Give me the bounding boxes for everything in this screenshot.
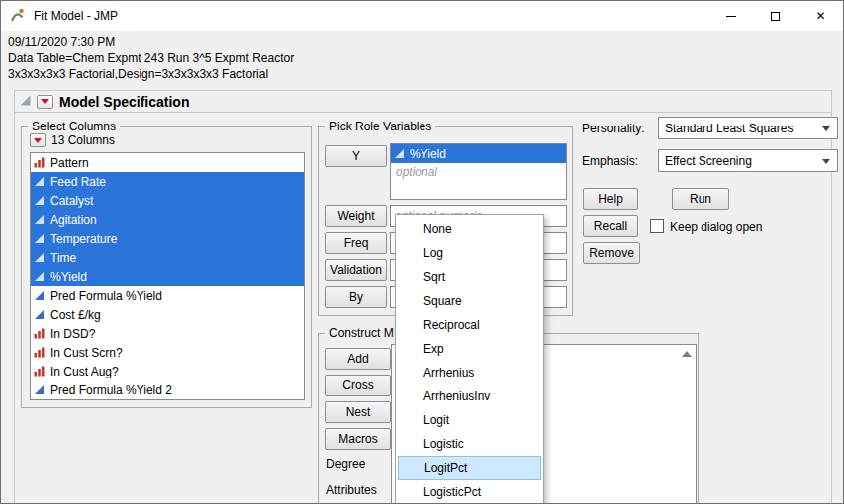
help-button[interactable]: Help bbox=[583, 188, 638, 210]
column-item[interactable]: Cost £/kg bbox=[31, 305, 304, 324]
y-optional-text: optional bbox=[391, 163, 566, 179]
attributes-label[interactable]: Attributes bbox=[326, 483, 377, 497]
continuous-column-icon bbox=[34, 384, 45, 395]
column-item[interactable]: Catalyst bbox=[31, 191, 304, 210]
menu-item[interactable]: ArrheniusInv bbox=[398, 384, 541, 408]
by-button[interactable]: By bbox=[325, 286, 387, 308]
column-item[interactable]: Pred Formula %Yield bbox=[31, 286, 304, 305]
personality-label: Personality: bbox=[582, 122, 645, 135]
emphasis-value: Effect Screening bbox=[665, 154, 752, 168]
personality-dropdown[interactable]: Standard Least Squares bbox=[658, 117, 838, 139]
construct-model-effects-legend: Construct M bbox=[325, 326, 398, 340]
report-header: 09/11/2020 7:30 PM Data Table=Chem Expmt… bbox=[8, 34, 294, 82]
transform-menu: NoneLogSqrtSquareReciprocalExpArrheniusA… bbox=[395, 214, 544, 504]
y-role-item-label: %Yield bbox=[410, 147, 446, 161]
emphasis-label: Emphasis: bbox=[582, 154, 638, 168]
window-controls: ✕ bbox=[708, 1, 843, 31]
timestamp-line: 09/11/2020 7:30 PM bbox=[8, 34, 294, 50]
y-button[interactable]: Y bbox=[325, 145, 387, 167]
validation-button[interactable]: Validation bbox=[325, 259, 387, 281]
fit-model-window: Fit Model - JMP ✕ 09/11/2020 7:30 PM Dat… bbox=[0, 0, 844, 504]
column-item[interactable]: Pattern bbox=[31, 153, 304, 172]
select-columns-legend: Select Columns bbox=[28, 120, 120, 133]
menu-item[interactable]: Logit bbox=[398, 408, 541, 432]
menu-item[interactable]: LogisticPct bbox=[398, 480, 541, 504]
data-table-line: Data Table=Chem Expmt 243 Run 3^5 Expmt … bbox=[8, 50, 294, 66]
menu-item[interactable]: Logistic bbox=[398, 432, 541, 456]
pick-role-variables-legend: Pick Role Variables bbox=[325, 120, 435, 133]
emphasis-dropdown[interactable]: Effect Screening bbox=[658, 149, 838, 172]
title-bar[interactable]: Fit Model - JMP ✕ bbox=[1, 1, 843, 31]
menu-item[interactable]: Reciprocal bbox=[398, 313, 541, 337]
nominal-column-icon bbox=[34, 328, 45, 339]
menu-item[interactable]: Sqrt bbox=[398, 265, 541, 289]
menu-item[interactable]: Square bbox=[398, 289, 541, 313]
cross-button[interactable]: Cross bbox=[325, 375, 391, 396]
design-line: 3x3x3x3x3 Factorial,Design=3x3x3x3x3 Fac… bbox=[8, 66, 294, 82]
column-label: In DSD? bbox=[50, 327, 95, 341]
menu-item[interactable]: Log bbox=[398, 241, 541, 265]
menu-item[interactable]: LogitPct bbox=[398, 456, 541, 480]
remove-button[interactable]: Remove bbox=[583, 242, 640, 264]
column-item[interactable]: In Cust Scrn? bbox=[31, 343, 304, 362]
red-triangle-menu-icon[interactable] bbox=[37, 95, 53, 109]
chevron-down-icon bbox=[822, 126, 830, 131]
window-title: Fit Model - JMP bbox=[34, 9, 118, 23]
column-label: Pattern bbox=[50, 156, 89, 170]
column-label: Temperature bbox=[50, 232, 117, 246]
close-icon[interactable]: ✕ bbox=[798, 1, 843, 31]
columns-list[interactable]: PatternFeed RateCatalystAgitationTempera… bbox=[30, 152, 305, 400]
maximize-icon[interactable] bbox=[753, 1, 798, 31]
jmp-app-icon bbox=[10, 7, 26, 26]
column-label: Agitation bbox=[50, 213, 97, 227]
continuous-column-icon bbox=[34, 290, 45, 301]
column-label: Pred Formula %Yield 2 bbox=[50, 383, 172, 397]
keep-dialog-checkbox[interactable] bbox=[650, 219, 664, 233]
personality-value: Standard Least Squares bbox=[665, 122, 793, 135]
column-label: Feed Rate bbox=[50, 175, 106, 189]
recall-button[interactable]: Recall bbox=[583, 215, 638, 237]
y-role-box[interactable]: %Yield optional bbox=[390, 143, 567, 200]
column-item[interactable]: Agitation bbox=[31, 210, 304, 229]
menu-item[interactable]: None bbox=[398, 217, 541, 241]
macros-button[interactable]: Macros bbox=[325, 428, 391, 450]
column-item[interactable]: Feed Rate bbox=[31, 172, 304, 191]
freq-button[interactable]: Freq bbox=[325, 232, 387, 254]
columns-header: 13 Columns bbox=[30, 133, 115, 147]
column-label: Time bbox=[50, 251, 76, 265]
column-label: Pred Formula %Yield bbox=[50, 289, 162, 303]
continuous-column-icon bbox=[34, 176, 45, 187]
column-item[interactable]: In Cust Aug? bbox=[31, 362, 304, 380]
degree-label: Degree bbox=[326, 457, 365, 471]
weight-button[interactable]: Weight bbox=[325, 205, 387, 227]
menu-item[interactable]: Exp bbox=[398, 337, 541, 361]
continuous-column-icon bbox=[394, 148, 405, 159]
scroll-up-icon[interactable] bbox=[679, 346, 695, 362]
column-item[interactable]: Pred Formula %Yield 2 bbox=[31, 380, 304, 399]
column-item[interactable]: Temperature bbox=[31, 229, 304, 248]
add-button[interactable]: Add bbox=[325, 348, 391, 370]
nest-button[interactable]: Nest bbox=[325, 401, 391, 423]
column-item[interactable]: %Yield bbox=[31, 267, 304, 286]
select-columns-group: Select Columns 13 Columns PatternFeed Ra… bbox=[21, 126, 312, 408]
continuous-column-icon bbox=[34, 252, 45, 263]
chevron-down-icon bbox=[822, 159, 830, 164]
continuous-column-icon bbox=[34, 233, 45, 244]
minimize-icon[interactable] bbox=[708, 1, 753, 31]
column-item[interactable]: In DSD? bbox=[31, 324, 304, 343]
continuous-column-icon bbox=[34, 214, 45, 225]
columns-red-triangle-icon[interactable] bbox=[30, 133, 46, 147]
disclosure-icon[interactable] bbox=[20, 95, 31, 109]
run-button[interactable]: Run bbox=[672, 188, 729, 210]
menu-item[interactable]: Arrhenius bbox=[398, 361, 541, 384]
outline-title-band: Model Specification bbox=[15, 91, 831, 113]
y-role-item[interactable]: %Yield bbox=[391, 144, 566, 163]
column-item[interactable]: Time bbox=[31, 248, 304, 267]
outline-title: Model Specification bbox=[59, 94, 189, 110]
continuous-column-icon bbox=[34, 309, 45, 320]
continuous-column-icon bbox=[34, 271, 45, 282]
column-label: In Cust Aug? bbox=[50, 365, 119, 378]
nominal-column-icon bbox=[34, 347, 45, 358]
column-label: In Cust Scrn? bbox=[50, 346, 123, 360]
nominal-column-icon bbox=[34, 157, 45, 168]
